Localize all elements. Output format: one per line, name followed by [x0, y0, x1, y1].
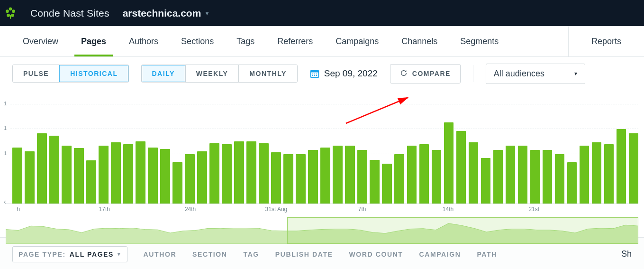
bar[interactable] — [172, 162, 182, 204]
bar[interactable] — [333, 146, 343, 204]
bar[interactable] — [506, 146, 516, 204]
bar[interactable] — [12, 148, 22, 204]
svg-point-1 — [12, 9, 15, 13]
timeline-brush[interactable] — [6, 217, 638, 244]
truncated-text: Sh — [621, 249, 632, 259]
page-type-select[interactable]: PAGE TYPE: ALL PAGES ▾ — [12, 246, 127, 262]
bar[interactable] — [234, 141, 244, 204]
chevron-down-icon: ▾ — [574, 70, 577, 77]
bar[interactable] — [136, 141, 145, 204]
seg-pulse[interactable]: PULSE — [13, 65, 59, 82]
bar[interactable] — [222, 144, 232, 204]
bar[interactable] — [74, 148, 84, 204]
bar[interactable] — [456, 131, 466, 204]
bar[interactable] — [345, 146, 355, 204]
bar[interactable] — [296, 154, 306, 204]
bar[interactable] — [394, 154, 404, 204]
bar-chart[interactable]: 1 1 1 ‹ — [6, 104, 638, 204]
x-tick: 17th — [99, 206, 110, 213]
bar[interactable] — [148, 148, 158, 204]
bar[interactable] — [444, 122, 454, 204]
tab-sections[interactable]: Sections — [170, 26, 225, 56]
parsely-logo-icon[interactable] — [4, 7, 17, 20]
bar[interactable] — [271, 152, 281, 204]
svg-rect-12 — [314, 75, 315, 76]
seg-weekly[interactable]: WEEKLY — [185, 65, 239, 82]
axis-prev-icon[interactable]: ‹ — [4, 198, 6, 205]
brush-selection[interactable] — [287, 217, 638, 244]
bar[interactable] — [99, 146, 109, 204]
seg-daily[interactable]: DAILY — [142, 65, 185, 82]
bar[interactable] — [580, 146, 590, 204]
bar[interactable] — [25, 151, 35, 204]
bar[interactable] — [185, 154, 195, 204]
bar[interactable] — [469, 142, 479, 204]
tab-tags[interactable]: Tags — [225, 26, 266, 56]
filter-author[interactable]: AUTHOR — [144, 250, 176, 258]
svg-rect-5 — [10, 15, 11, 19]
x-tick: h — [17, 206, 20, 213]
tab-authors[interactable]: Authors — [118, 26, 170, 56]
tab-overview[interactable]: Overview — [11, 26, 70, 56]
bar[interactable] — [308, 150, 318, 204]
bar[interactable] — [209, 143, 219, 204]
bar[interactable] — [567, 162, 577, 204]
site-selector[interactable]: arstechnica.com ▾ — [123, 8, 209, 19]
bar[interactable] — [62, 146, 72, 204]
x-tick: 14th — [443, 206, 454, 213]
bar[interactable] — [197, 151, 207, 204]
date-picker[interactable]: Sep 09, 2022 — [310, 68, 378, 79]
bar[interactable] — [481, 158, 491, 204]
bar[interactable] — [49, 136, 59, 204]
bar[interactable] — [555, 154, 565, 204]
bar[interactable] — [86, 160, 96, 204]
filter-tag[interactable]: TAG — [244, 250, 259, 258]
seg-monthly[interactable]: MONTHLY — [238, 65, 297, 82]
bar[interactable] — [530, 150, 540, 204]
tab-channels[interactable]: Channels — [390, 26, 449, 56]
audience-select[interactable]: All audiences ▾ — [486, 64, 585, 84]
page-type-value: ALL PAGES — [70, 250, 114, 258]
mode-segmented: PULSE HISTORICAL — [12, 65, 129, 83]
bar[interactable] — [357, 150, 367, 204]
bar[interactable] — [543, 150, 553, 204]
tab-referrers[interactable]: Referrers — [266, 26, 324, 56]
tab-campaigns[interactable]: Campaigns — [324, 26, 390, 56]
filter-campaign[interactable]: CAMPAIGN — [419, 250, 461, 258]
bar[interactable] — [617, 129, 626, 204]
filter-section[interactable]: SECTION — [192, 250, 227, 258]
chevron-down-icon: ▾ — [206, 10, 209, 17]
bar[interactable] — [407, 146, 417, 204]
bar[interactable] — [432, 150, 442, 204]
bar[interactable] — [592, 142, 602, 204]
site-selector-label: arstechnica.com — [123, 8, 201, 19]
page-type-label: PAGE TYPE: — [18, 250, 66, 258]
filter-path[interactable]: PATH — [477, 250, 497, 258]
bar[interactable] — [518, 146, 528, 204]
bar[interactable] — [111, 142, 121, 204]
tab-reports[interactable]: Reports — [568, 26, 633, 56]
compare-button[interactable]: COMPARE — [390, 64, 461, 83]
svg-point-4 — [11, 13, 14, 17]
bar[interactable] — [493, 150, 503, 204]
bar[interactable] — [123, 144, 133, 204]
bar[interactable] — [283, 154, 293, 204]
filter-publish-date[interactable]: PUBLISH DATE — [275, 250, 333, 258]
tab-pages[interactable]: Pages — [70, 26, 118, 56]
x-tick: 24th — [185, 206, 196, 213]
tab-segments[interactable]: Segments — [449, 26, 510, 56]
svg-rect-7 — [310, 70, 318, 72]
bar[interactable] — [259, 143, 269, 204]
filter-word-count[interactable]: WORD COUNT — [349, 250, 403, 258]
seg-historical[interactable]: HISTORICAL — [59, 65, 128, 82]
bar[interactable] — [160, 149, 170, 204]
bar[interactable] — [382, 164, 392, 204]
bar[interactable] — [370, 160, 380, 204]
account-link[interactable]: Conde Nast Sites — [30, 8, 109, 19]
bar[interactable] — [246, 141, 256, 204]
bar[interactable] — [320, 148, 330, 204]
bar[interactable] — [629, 133, 639, 204]
bar[interactable] — [37, 133, 47, 204]
bar[interactable] — [604, 144, 614, 204]
bar[interactable] — [419, 144, 429, 204]
